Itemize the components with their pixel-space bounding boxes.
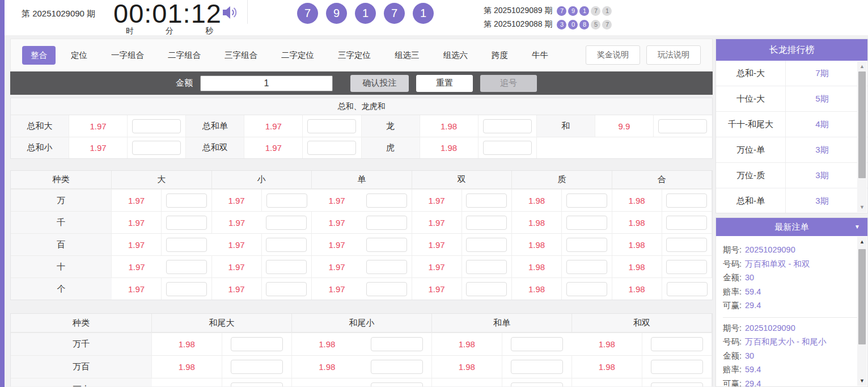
odds-value: 1.97	[412, 211, 462, 233]
bet-input[interactable]	[483, 141, 532, 155]
tab-3[interactable]: 二字组合	[159, 46, 209, 65]
bet-input[interactable]	[366, 194, 407, 208]
bet-input[interactable]	[666, 260, 707, 274]
odds-value: 1.97	[312, 233, 362, 255]
scroll-up-icon[interactable]: ▲	[857, 239, 867, 245]
tab-0[interactable]: 整合	[22, 46, 56, 65]
dragon-scrollbar[interactable]: ▲ ▼	[857, 61, 867, 212]
bet-input[interactable]	[466, 260, 507, 274]
bet-type-label: 和	[537, 115, 595, 137]
odds-value: 1.98	[512, 211, 562, 233]
bet-input[interactable]	[666, 216, 707, 230]
bet-input[interactable]	[466, 194, 507, 208]
tab-10[interactable]: 牛牛	[523, 46, 557, 65]
bet-input[interactable]	[266, 282, 307, 296]
orders-scrollbar[interactable]: ▲ ▼	[857, 237, 867, 386]
speaker-icon[interactable]	[222, 5, 238, 20]
bet-input[interactable]	[666, 194, 707, 208]
bet-input[interactable]	[366, 238, 407, 252]
bet-input[interactable]	[366, 282, 407, 296]
bet-input[interactable]	[366, 260, 407, 274]
bet-input[interactable]	[166, 282, 207, 296]
amount-label: 金额	[176, 78, 193, 89]
bet-input[interactable]	[651, 337, 703, 351]
amount-input[interactable]	[200, 75, 333, 91]
tab-9[interactable]: 跨度	[483, 46, 516, 65]
order-field-label: 赔率:	[723, 365, 742, 374]
bet-input-cell	[479, 115, 537, 137]
bet-input[interactable]	[307, 141, 356, 155]
dragon-name: 总和-大	[716, 61, 786, 86]
reset-button[interactable]: 重置	[416, 75, 473, 92]
scrollbar-thumb[interactable]	[858, 249, 866, 344]
odds-value: 1.97	[112, 255, 162, 277]
prize-info-button[interactable]: 奖金说明	[586, 45, 640, 65]
bet-input[interactable]	[511, 337, 563, 351]
bet-input[interactable]	[307, 119, 356, 133]
bet-input[interactable]	[511, 382, 563, 386]
odds-value: 1.97	[212, 277, 262, 300]
scroll-down-icon[interactable]: ▼	[857, 378, 867, 384]
bet-input[interactable]	[511, 360, 563, 374]
bet-input[interactable]	[166, 260, 207, 274]
bet-input[interactable]	[166, 216, 207, 230]
tab-8[interactable]: 组选六	[435, 46, 477, 65]
bet-input[interactable]	[166, 238, 207, 252]
scrollbar-thumb[interactable]	[858, 71, 866, 178]
order-line: 可赢:29.4	[723, 298, 861, 313]
bet-input[interactable]	[366, 216, 407, 230]
bet-input-cell	[562, 255, 612, 277]
bet-input[interactable]	[466, 238, 507, 252]
bet-input[interactable]	[371, 360, 423, 374]
chase-number-button[interactable]: 追号	[480, 75, 537, 92]
bet-input[interactable]	[231, 382, 283, 386]
odds-value: 1.97	[69, 137, 128, 158]
bet-input[interactable]	[466, 216, 507, 230]
bet-input[interactable]	[266, 260, 307, 274]
odds-value: 1.97	[244, 115, 303, 137]
dragon-count: 4期	[786, 112, 867, 137]
tab-1[interactable]: 定位	[62, 46, 96, 65]
bet-input[interactable]	[132, 119, 181, 133]
bet-input[interactable]	[566, 216, 607, 230]
history-results: 第 20251029089 期79171第 20251029088 期30857	[484, 4, 612, 31]
tab-2[interactable]: 一字组合	[103, 46, 153, 65]
tab-6[interactable]: 三字定位	[329, 46, 379, 65]
bet-input[interactable]	[566, 282, 607, 296]
rules-info-button[interactable]: 玩法说明	[646, 45, 701, 65]
tab-5[interactable]: 二字定位	[273, 46, 323, 65]
bet-input-cell	[502, 333, 573, 355]
tab-4[interactable]: 三字组合	[216, 46, 266, 65]
bet-input[interactable]	[371, 382, 423, 386]
bet-input[interactable]	[651, 360, 703, 374]
bet-input[interactable]	[667, 282, 708, 296]
bet-input[interactable]	[658, 119, 707, 133]
bet-input[interactable]	[132, 141, 181, 155]
tab-7[interactable]: 组选三	[386, 46, 428, 65]
bet-input[interactable]	[566, 238, 607, 252]
order-field-label: 可赢:	[723, 301, 742, 310]
bet-input[interactable]	[466, 282, 507, 296]
bet-input[interactable]	[266, 238, 307, 252]
odds-value: 1.97	[244, 137, 303, 158]
bet-input[interactable]	[483, 119, 532, 133]
bet-input[interactable]	[371, 337, 423, 351]
bet-input[interactable]	[231, 337, 283, 351]
scroll-down-icon[interactable]: ▼	[857, 204, 867, 210]
history-issue-label: 第 20251029088 期	[484, 19, 552, 30]
bet-input-cell	[362, 211, 412, 233]
bet-input[interactable]	[666, 238, 707, 252]
confirm-bet-button[interactable]: 确认投注	[350, 75, 409, 92]
bet-input[interactable]	[566, 194, 607, 208]
history-ball: 9	[568, 6, 578, 16]
bet-input[interactable]	[566, 260, 607, 274]
bet-input[interactable]	[266, 216, 307, 230]
bet-input[interactable]	[651, 382, 703, 386]
bet-input[interactable]	[231, 360, 283, 374]
scroll-up-icon[interactable]: ▲	[857, 64, 867, 69]
bet-input[interactable]	[266, 194, 307, 208]
order-field-label: 号码:	[723, 259, 742, 268]
bet-input-cell	[362, 378, 433, 386]
bet-input[interactable]	[166, 194, 207, 208]
caret-down-icon[interactable]: ▼	[854, 218, 860, 236]
